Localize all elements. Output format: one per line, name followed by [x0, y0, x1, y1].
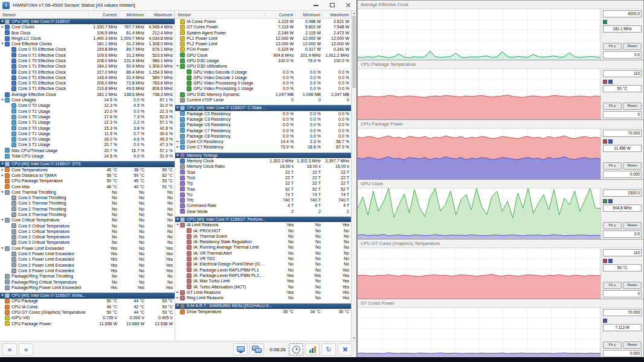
reset-button[interactable]: Reset — [623, 341, 642, 349]
sensor-row[interactable]: ▾Core Critical TemperatureNoNoNo — [0, 217, 175, 223]
multi-monitor-button[interactable] — [250, 343, 264, 355]
sensor-row[interactable]: IA: Electrical Design Point/Other (ICC..… — [175, 261, 351, 267]
reset-button[interactable]: Reset — [623, 43, 642, 50]
sensor-row[interactable]: GPU Video Decode 0 Usage0.0 %0.0 %0.0 % — [175, 69, 351, 75]
sensor-row[interactable]: IA: Package-Level RAPL/PBM PL1NoNoYes — [175, 267, 351, 273]
sensor-row[interactable]: ▸GT Limit ReasonsYesNoYes — [175, 290, 351, 295]
sensor-row[interactable]: Package C7 Residency0.0 %0.0 %0.0 % — [175, 128, 351, 133]
collapse-arrow-icon[interactable]: ▾ — [175, 303, 180, 309]
expand-arrow-icon[interactable]: ▸ — [0, 24, 5, 30]
sensor-row[interactable]: Memory Clock1,302.3 MHz1,302.3 MHz3,397.… — [175, 158, 351, 164]
sensor-row[interactable]: ▾Core Thermal ThrottlingNoNoNo — [0, 189, 175, 195]
sensor-row[interactable]: Core 1 T1 Effective Clock184.2 MHz50.4 M… — [0, 63, 175, 69]
minimize-button[interactable] — [308, 0, 324, 10]
sensor-row[interactable]: Core 0 Power Limit ExceededYesNoYes — [0, 251, 175, 256]
reset-button[interactable]: Reset — [623, 282, 642, 289]
sensor-row[interactable]: Bus Clock106.5 MHz81.4 MHz212.4 MHz — [0, 30, 175, 36]
sensor-row[interactable]: CPU Package50 °C44 °C53 °C — [0, 299, 175, 304]
column-header-maximum[interactable]: Maximum — [146, 11, 175, 18]
fit-y-button[interactable]: Fit y — [603, 43, 622, 50]
reset-button[interactable]: Reset — [623, 103, 642, 110]
scale-min-box[interactable]: 0.0 — [603, 230, 642, 238]
collapse-arrow-icon[interactable]: ▾ — [0, 19, 5, 24]
scale-min-box[interactable]: 0.000 — [603, 171, 642, 178]
sensor-row[interactable]: Core 3 Thermal ThrottlingNoNoNo — [0, 212, 175, 217]
scale-min-box[interactable]: 0.000 — [603, 350, 642, 357]
reset-button[interactable]: Reset — [623, 222, 642, 229]
sensor-row[interactable]: GPU Video Processing 0 Usage0.0 %0.0 %0.… — [175, 80, 351, 86]
sensor-row[interactable]: Average Effective Clock181.1 MHz138.6 MH… — [0, 92, 175, 97]
column-header-minimum[interactable]: Minimum — [295, 11, 323, 18]
sensor-row[interactable]: Trcd22 T22 T22 T — [175, 175, 351, 180]
sensor-row[interactable]: Core 2 Power Limit ExceededYesNoYes — [0, 262, 175, 268]
sensor-row[interactable]: IA: Running Average Thermal LimitNoNoNo — [175, 245, 351, 250]
column-header-current[interactable]: Current — [89, 11, 119, 18]
collapse-arrow-icon[interactable]: ▾ — [175, 222, 180, 228]
sensor-row[interactable]: Core 0 T1 Effective Clock109.6 MHz31.2 M… — [0, 52, 175, 58]
sensor-row[interactable]: Core 2 Critical TemperatureNoNoNo — [0, 234, 175, 240]
section-header-row[interactable]: ▾CPU [#0]: Intel Core i7-1165G7: Perform… — [175, 217, 351, 222]
sensor-row[interactable]: Package C2 Residency0.0 %0.0 %0.0 % — [175, 111, 351, 116]
sensor-row[interactable]: ▾GPU D3D Utilizations — [175, 63, 351, 69]
sensor-row[interactable]: GPU Clock904.8 MHz101.9 MHz1,911.2 MHz — [175, 52, 351, 58]
sensor-row[interactable]: IA: Package-Level RAPL/PBM PL2,PL3YesYes… — [175, 273, 351, 278]
sensor-row[interactable]: System Agent Power2.249 W2.115 W2.473 W — [175, 30, 351, 36]
sensor-row[interactable]: Core 3 T1 Effective Clock210.8 MHz49.6 M… — [0, 86, 175, 92]
sensor-row[interactable]: Command Rate4 T4 T4 T — [175, 203, 351, 209]
sensor-row[interactable]: Core 2 T1 Effective Clock143.4 MHz31.4 M… — [0, 75, 175, 80]
sensor-row[interactable]: Core 1 T1 Usage12.3 %2.2 %57.1 % — [0, 119, 175, 125]
sensor-row[interactable]: ▾IA Limit ReasonsYesNoYes — [175, 222, 351, 227]
sensor-row[interactable]: IA: VR TDCNoNoNo — [175, 256, 351, 261]
fit-y-button[interactable]: Fit y — [603, 341, 622, 349]
sensor-row[interactable]: Core 2 T0 Usage15.3 %3.8 %42.8 % — [0, 125, 175, 131]
collapse-arrow-icon[interactable]: ▾ — [175, 105, 180, 111]
sensor-row[interactable]: Max CPU/Thread Usage20.7 %15.7 %57.1 % — [0, 148, 175, 153]
fit-y-button[interactable]: Fit y — [603, 222, 622, 229]
sensor-row[interactable]: ▸Core Distance to TjMAX56 °C50 °C62 °C — [0, 173, 175, 178]
section-header-row[interactable]: ▾CPU [#0]: Intel Core i7-1165G7: C-State… — [175, 105, 351, 110]
sensor-row[interactable]: Core 3 Critical TemperatureNoNoNo — [0, 240, 175, 246]
scale-min-box[interactable]: 0 — [603, 111, 642, 118]
collapse-arrow-icon[interactable]: ▾ — [175, 153, 180, 159]
monitor-button[interactable] — [233, 343, 248, 355]
scale-max-box[interactable]: 110 — [603, 249, 642, 256]
sensor-row[interactable]: Core 1 T0 Usage17.6 %7.3 %52.6 % — [0, 114, 175, 119]
section-header-row[interactable]: ▾S.M.A.R.T.: SAMSUNG MZALQ512HALU-0... — [175, 303, 351, 309]
graph-title[interactable]: Average Effective Clock — [358, 1, 643, 9]
column-header-sensor[interactable]: Sensor — [0, 11, 89, 18]
sensor-row[interactable]: GPU D3D Memory Dynamic1,047 MB1,046 MB1,… — [175, 92, 351, 97]
sensor-row[interactable]: Core 3 Power Limit ExceededYesNoYes — [0, 268, 175, 273]
sensor-row[interactable]: IA: Max Turbo LimitYesNoYes — [175, 278, 351, 284]
sensor-row[interactable]: ▸Ring Limit ReasonsNoNoYes — [175, 295, 351, 300]
sensor-row[interactable]: GT Cores Power7.113 W5.802 W7.548 W — [175, 24, 351, 30]
sensor-row[interactable]: Core 2 T0 Effective Clock227.0 MHz86.4 M… — [0, 69, 175, 75]
clock-button[interactable] — [289, 343, 303, 355]
sensor-row[interactable]: PL2 Power Limit12.000 W12.000 W12.000 W — [175, 41, 351, 46]
column-header-maximum[interactable]: Maximum — [323, 11, 351, 18]
sensor-row[interactable]: IA: VR Thermal AlertNoNoNo — [175, 250, 351, 256]
graph-title[interactable]: GT Cores Power — [358, 299, 643, 308]
reset-values-button[interactable]: ↻ — [321, 343, 336, 355]
scale-max-box[interactable]: 4000.0 — [603, 10, 642, 17]
sensor-row[interactable]: Core 0 Critical TemperatureNoNoNo — [0, 223, 175, 229]
sensor-row[interactable]: IA Cores Power1.223 W0.988 W2.621 W — [175, 19, 351, 24]
graph-title[interactable]: CPU GT Cores (Graphics) Temperature — [358, 240, 643, 248]
scroll-up-icon[interactable]: ▲ — [353, 11, 355, 16]
sensor-row[interactable]: IA: PROCHOTNoNoNo — [175, 228, 351, 233]
sensor-row[interactable]: ▾Core Usages14.5 %0.0 %57.1 % — [0, 97, 175, 103]
sensor-row[interactable]: Drive Temperature35 °C34 °C35 °C — [175, 309, 351, 314]
sensor-row[interactable]: GPU D3D Usage100.0 %79.9 %100.0 % — [175, 58, 351, 63]
collapse-arrow-icon[interactable]: ▾ — [0, 161, 5, 167]
collapse-arrow-icon[interactable]: ▾ — [0, 217, 5, 223]
expand-arrow-icon[interactable]: ▸ — [175, 139, 180, 145]
sensor-row[interactable]: Core 1 Power Limit ExceededYesNoYes — [0, 256, 175, 262]
sensor-row[interactable]: ▸Core Clocks1,330.7 MHz787.7 MHz4,945.4 … — [0, 24, 175, 30]
scrollbar-thumb[interactable] — [352, 16, 356, 88]
sensor-row[interactable]: Core 3 T0 Effective Clock206.0 MHz72.8 M… — [0, 80, 175, 86]
sensor-row[interactable]: Tras52 T52 T52 T — [175, 186, 351, 192]
page-forward-button[interactable]: » — [19, 343, 33, 355]
sensor-row[interactable]: CPU GT Cores (Graphics) Temperature50 °C… — [0, 310, 175, 315]
sensor-row[interactable]: Core 0 Thermal ThrottlingNoNoNo — [0, 195, 175, 200]
sensor-row[interactable]: ▸Core Temperatures45 °C38 °C50 °C — [0, 167, 175, 173]
sensor-row[interactable]: Trp22 T22 T22 T — [175, 180, 351, 186]
